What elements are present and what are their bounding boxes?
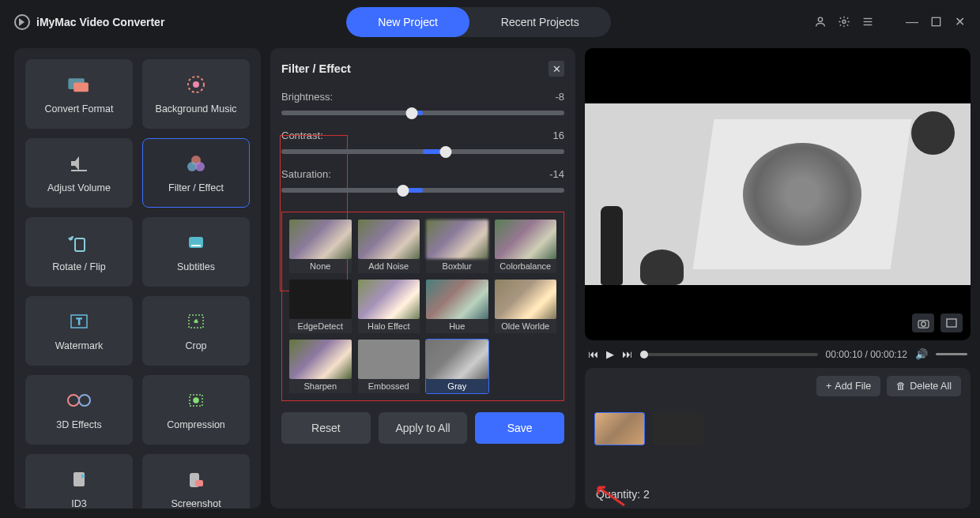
convert-icon bbox=[65, 73, 93, 96]
filter-add-noise[interactable]: Add Noise bbox=[357, 219, 421, 274]
tool-convert-format[interactable]: Convert Format bbox=[25, 59, 133, 129]
tool-rotate-flip[interactable]: Rotate / Flip bbox=[25, 217, 133, 287]
tool-label: Crop bbox=[185, 340, 206, 351]
clip-2[interactable] bbox=[653, 412, 703, 445]
tool-watermark[interactable]: T Watermark bbox=[25, 296, 133, 366]
rotate-icon bbox=[65, 231, 93, 253]
tool-subtitles[interactable]: Subtitles bbox=[142, 217, 250, 287]
video-preview bbox=[585, 48, 971, 340]
app-logo-area: iMyMac Video Converter bbox=[14, 14, 164, 30]
play-icon[interactable]: ▶ bbox=[606, 348, 614, 360]
tool-label: ID3 bbox=[71, 498, 86, 509]
tool-screenshot[interactable]: Screenshot bbox=[142, 454, 250, 509]
save-button[interactable]: Save bbox=[475, 412, 564, 444]
filter-boxblur[interactable]: Boxblur bbox=[425, 219, 489, 274]
snapshot-icon[interactable] bbox=[912, 313, 934, 332]
preview-column: ⏮ ▶ ⏭ 00:00:10 / 00:00:12 🔊 +Add File 🗑D… bbox=[585, 48, 971, 509]
menu-icon[interactable] bbox=[861, 16, 874, 28]
trash-icon: 🗑 bbox=[896, 381, 906, 392]
clip-1[interactable] bbox=[594, 412, 645, 445]
maximize-icon[interactable] bbox=[929, 16, 942, 28]
svg-text:T: T bbox=[77, 317, 82, 326]
tool-grid: Convert Format Background Music Adjust V… bbox=[25, 59, 250, 509]
tool-3d-effects[interactable]: 3D Effects bbox=[25, 375, 133, 445]
brightness-label: Brightness: bbox=[281, 91, 333, 103]
tab-recent-projects[interactable]: Recent Projects bbox=[469, 7, 611, 37]
compression-icon bbox=[182, 389, 210, 411]
panel-close-button[interactable]: ✕ bbox=[548, 61, 564, 77]
watermark-icon: T bbox=[65, 310, 93, 332]
tool-crop[interactable]: Crop bbox=[142, 296, 250, 366]
contrast-label: Contrast: bbox=[281, 130, 323, 141]
tool-label: Adjust Volume bbox=[47, 182, 111, 193]
contrast-slider[interactable] bbox=[281, 149, 564, 154]
filter-embossed[interactable]: Embossed bbox=[357, 339, 421, 394]
screenshot-icon bbox=[182, 468, 210, 490]
add-file-button[interactable]: +Add File bbox=[816, 376, 880, 396]
tool-label: Screenshot bbox=[171, 498, 220, 509]
3d-icon bbox=[65, 389, 93, 411]
saturation-label: Saturation: bbox=[281, 168, 331, 180]
svg-rect-5 bbox=[932, 17, 940, 25]
preview-frame bbox=[585, 103, 971, 285]
filter-none[interactable]: None bbox=[288, 219, 352, 274]
tab-new-project[interactable]: New Project bbox=[346, 7, 469, 37]
volume-icon[interactable]: 🔊 bbox=[915, 348, 928, 360]
clips-panel: +Add File 🗑Delete All Quantity: 2 bbox=[585, 368, 971, 509]
svg-point-9 bbox=[193, 81, 199, 88]
volume-slider[interactable] bbox=[936, 353, 967, 355]
tool-label: Filter / Effect bbox=[168, 182, 224, 193]
next-icon[interactable]: ⏭ bbox=[622, 348, 632, 360]
reset-button[interactable]: Reset bbox=[281, 412, 371, 444]
filter-panel: Filter / Effect ✕ Brightness: -8 Contras… bbox=[270, 48, 575, 509]
svg-rect-27 bbox=[195, 480, 203, 486]
svg-point-29 bbox=[921, 321, 925, 326]
minimize-icon[interactable]: — bbox=[906, 16, 918, 28]
tool-label: Background Music bbox=[156, 103, 237, 114]
svg-point-24 bbox=[194, 398, 198, 403]
fullscreen-icon[interactable] bbox=[940, 313, 963, 332]
project-tabs: New Project Recent Projects bbox=[346, 7, 610, 37]
filter-olde-worlde[interactable]: Olde Worlde bbox=[494, 279, 558, 334]
contrast-slider-block: Contrast: 16 bbox=[281, 130, 564, 154]
prev-icon[interactable]: ⏮ bbox=[588, 348, 598, 360]
tool-label: Convert Format bbox=[45, 103, 114, 114]
brightness-slider[interactable] bbox=[281, 111, 564, 115]
filter-sharpen[interactable]: Sharpen bbox=[288, 339, 352, 394]
svg-point-1 bbox=[842, 21, 846, 24]
tool-adjust-volume[interactable]: Adjust Volume bbox=[25, 138, 133, 208]
timeline-slider[interactable] bbox=[640, 353, 818, 356]
svg-point-22 bbox=[79, 395, 90, 406]
filter-gray[interactable]: Gray bbox=[425, 339, 489, 394]
delete-all-button[interactable]: 🗑Delete All bbox=[887, 376, 961, 396]
tool-compression[interactable]: Compression bbox=[142, 375, 250, 445]
user-icon[interactable] bbox=[814, 16, 827, 28]
svg-point-13 bbox=[195, 162, 205, 171]
tool-label: Rotate / Flip bbox=[52, 261, 105, 272]
app-logo-icon bbox=[14, 14, 30, 30]
close-icon[interactable]: ✕ bbox=[953, 16, 966, 28]
filter-hue[interactable]: Hue bbox=[425, 279, 489, 334]
tool-background-music[interactable]: Background Music bbox=[142, 59, 250, 129]
brightness-slider-block: Brightness: -8 bbox=[281, 91, 564, 115]
tool-label: Watermark bbox=[55, 340, 104, 351]
svg-point-21 bbox=[68, 395, 79, 406]
id3-icon bbox=[65, 468, 93, 490]
title-bar: iMyMac Video Converter New Project Recen… bbox=[0, 0, 980, 43]
apply-all-button[interactable]: Apply to All bbox=[379, 412, 468, 444]
saturation-slider[interactable] bbox=[281, 188, 564, 193]
filter-icon bbox=[182, 152, 210, 175]
main-area: Convert Format Background Music Adjust V… bbox=[0, 43, 980, 513]
crop-icon bbox=[182, 310, 210, 332]
svg-rect-25 bbox=[74, 472, 85, 486]
svg-rect-16 bbox=[191, 245, 201, 246]
tool-id3[interactable]: ID3 bbox=[25, 454, 133, 509]
filter-halo-effect[interactable]: Halo Effect bbox=[357, 279, 421, 334]
tool-filter-effect[interactable]: Filter / Effect bbox=[142, 138, 250, 208]
filter-presets-grid: None Add Noise Boxblur Colorbalance Edge… bbox=[281, 212, 564, 401]
saturation-value: -14 bbox=[549, 168, 564, 180]
settings-icon[interactable] bbox=[838, 16, 850, 28]
filter-colorbalance[interactable]: Colorbalance bbox=[494, 219, 558, 274]
filter-edgedetect[interactable]: EdgeDetect bbox=[288, 279, 352, 334]
contrast-value: 16 bbox=[553, 130, 564, 141]
